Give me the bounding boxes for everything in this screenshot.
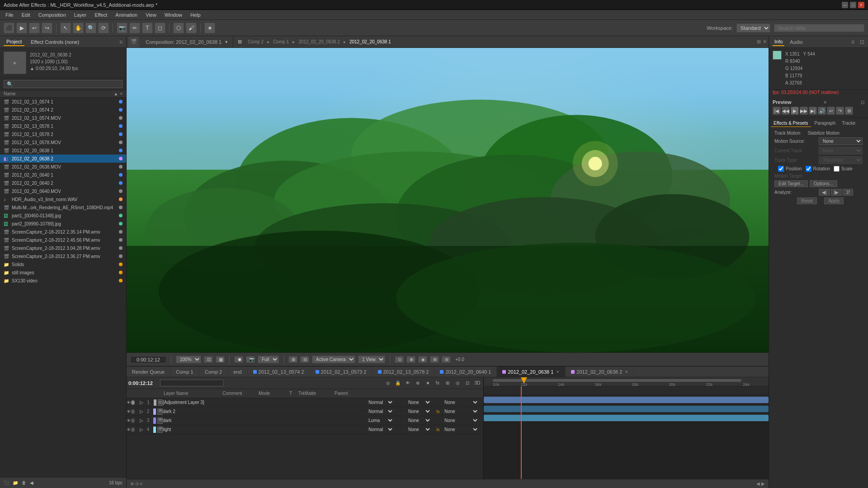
preview-settings-icon[interactable]: ✕ (823, 100, 827, 105)
current-track-select[interactable]: None (819, 147, 863, 155)
vc-region-btn[interactable]: ▦ (216, 356, 225, 363)
file-item[interactable]: 🎬 ScreenCapture_2-18-2012 2.35.14 PM.wmv (0, 228, 126, 236)
file-item[interactable]: 🎬 2012_02_13_0578 1 (0, 122, 126, 130)
tab-0638-2[interactable]: 2012_02_20_0638 2 ✕ (566, 366, 634, 377)
file-item[interactable]: 🎬 ScreenCapture_2-18-2012 3.04.28 PM.wmv (0, 244, 126, 252)
layer-2-expand[interactable]: ▷ (139, 408, 144, 415)
rph-tab-info[interactable]: Info (773, 38, 784, 46)
lc-effects[interactable]: fx (434, 379, 442, 387)
apply-btn[interactable]: Apply (824, 197, 844, 204)
comp-tab-comp2[interactable]: Composition: 2012_02_20_0638 1 ▼ (141, 36, 233, 48)
stabilize-motion-btn[interactable]: Stabilize Motion (807, 131, 840, 136)
preview-next-frame[interactable]: ▶▶ (800, 107, 808, 115)
track-type-select[interactable]: Transform (819, 156, 863, 164)
tab-effect-controls[interactable]: Effect Controls (none) (28, 38, 82, 46)
tab-project[interactable]: Project (4, 38, 24, 46)
file-item[interactable]: 🎬 2012_02_20_0640 2 (0, 179, 126, 187)
layer-4-mode-select[interactable]: Normal (367, 427, 394, 432)
comp-header-expand[interactable]: ⊞ (235, 36, 244, 48)
vc-more3[interactable]: ◈ (418, 356, 427, 363)
comp-tab-icon[interactable]: 🎬 (128, 37, 139, 47)
lc-adjustment[interactable]: ⊡ (463, 379, 472, 387)
analyze-back-btn[interactable]: ◀| (819, 189, 830, 196)
vc-quality[interactable]: Full (258, 356, 279, 363)
position-checkbox[interactable] (778, 166, 784, 172)
preview-first[interactable]: |◀ (773, 107, 781, 115)
layer-3-mode-select[interactable]: Luma (367, 418, 394, 423)
file-item[interactable]: 🎬 2012_02_13_0578.MOV (0, 138, 126, 146)
preview-settings-btn[interactable]: ⚙ (845, 107, 853, 115)
breadcrumb-comp2[interactable]: Comp 2 (248, 39, 264, 44)
toolbar-pen[interactable]: ✏ (129, 23, 140, 33)
vc-timecode[interactable]: 0:00:12:12 (130, 356, 166, 363)
vc-zoom[interactable]: 100% (176, 356, 201, 363)
col-new-icon[interactable]: + (120, 91, 123, 96)
tab-0574-2[interactable]: 2012_02_13_0574 2 (248, 366, 310, 377)
file-item[interactable]: 🎬 2012_02_20_0640 1 (0, 171, 126, 179)
layer-1-mode-select[interactable]: Normal (367, 399, 394, 405)
layer-3-expand[interactable]: ▷ (139, 418, 144, 424)
motion-source-select[interactable]: None (819, 137, 863, 145)
file-item[interactable]: ♪ HDR_Audio_v3_limit_norm.WAV (0, 195, 126, 203)
layer-1-trkmatte-select[interactable]: None (406, 399, 431, 405)
options-btn[interactable]: Options... (810, 180, 837, 187)
layer-3-parent-select[interactable]: None (443, 418, 479, 423)
toolbar-cam[interactable]: 📷 (117, 23, 127, 33)
lc-shy[interactable]: 👁 (404, 379, 412, 387)
lc-motion-blur[interactable]: ◎ (453, 379, 462, 387)
rph-expand-icon[interactable]: ⊡ (860, 39, 864, 45)
track-4-bar[interactable] (484, 415, 769, 421)
vc-more4[interactable]: ⊛ (430, 356, 439, 363)
preview-audio[interactable]: 🔊 (818, 107, 826, 115)
lc-3d[interactable]: 3D (473, 379, 481, 387)
lc-solo[interactable]: ◎ (384, 379, 392, 387)
file-item[interactable]: 🎬 2012_02_20_0638.MOV (0, 163, 126, 171)
layer-1-solo[interactable] (131, 400, 135, 405)
rph-tab-audio[interactable]: Audio (788, 38, 804, 46)
vc-view[interactable]: 1 View (358, 356, 385, 363)
preview-ram[interactable]: ↷ (836, 107, 844, 115)
vc-resolution-btn[interactable]: ⊡ (204, 356, 213, 363)
rph-menu-icon[interactable]: ≡ (851, 39, 854, 45)
track-2-bar[interactable] (484, 397, 769, 403)
layer-4-trkmatte-select[interactable]: None (406, 427, 431, 432)
menu-edit[interactable]: Edit (18, 11, 34, 19)
layer-4-parent-select[interactable]: None (443, 427, 479, 432)
vc-grid[interactable]: ⊟ (300, 356, 309, 363)
layer-4-expand[interactable]: ▷ (139, 427, 144, 433)
menu-window[interactable]: Window (161, 11, 186, 19)
toolbar-open[interactable]: ▶ (16, 23, 27, 33)
viewer-expand-icon[interactable]: ⊞ (757, 39, 761, 45)
preview-play[interactable]: ▶ (791, 107, 799, 115)
delete-icon[interactable]: 🗑 (22, 480, 26, 485)
breadcrumb-0638-1[interactable]: 2012_02_20_0638 1 (349, 39, 391, 44)
tab-tracke[interactable]: Tracke (839, 120, 858, 127)
menu-effect[interactable]: Effect (91, 11, 111, 19)
toolbar-mask[interactable]: ⬠ (173, 23, 184, 33)
layer-1-parent-select[interactable]: None (443, 399, 479, 405)
minimize-button[interactable]: ─ (842, 2, 848, 8)
layer-2-vis[interactable]: 👁 (127, 407, 131, 416)
scroll-left[interactable]: ◀ (30, 480, 33, 485)
file-item[interactable]: 📁 Solids (0, 260, 126, 268)
workspace-select[interactable]: Standard (736, 23, 770, 33)
preview-last[interactable]: ▶| (809, 107, 817, 115)
layer-3-trkmatte-select[interactable]: None (406, 418, 431, 423)
toolbar-redo[interactable]: ↪ (42, 23, 52, 33)
scale-checkbox[interactable] (834, 166, 840, 172)
layer-3-vis[interactable]: 👁 (127, 416, 131, 425)
tab-comp1[interactable]: Comp 1 (170, 366, 199, 377)
tab-0640-1[interactable]: 2012_02_20_0640 1 (434, 366, 497, 377)
tab-render-queue[interactable]: Render Queue (127, 366, 170, 377)
layer-4-vis[interactable]: 👁 (127, 425, 131, 434)
edit-target-btn[interactable]: Edit Target... (774, 180, 808, 187)
file-item[interactable]: 🎬 2012_02_20_0638 1 (0, 146, 126, 155)
tab-effects-presets[interactable]: Effects & Presets (771, 120, 811, 127)
layer-1-expand[interactable]: ▷ (139, 399, 144, 406)
breadcrumb-comp1[interactable]: Comp 1 (273, 39, 289, 44)
toolbar-zoom[interactable]: 🔍 (85, 23, 96, 33)
panel-menu-icon[interactable]: ≡ (119, 39, 123, 45)
close-button[interactable]: ✕ (858, 2, 864, 8)
vc-snapshot[interactable]: 📷 (246, 356, 255, 363)
file-item[interactable]: 🎬 ScreenCapture_2-18-2012 3.36.27 PM.wmv (0, 252, 126, 260)
